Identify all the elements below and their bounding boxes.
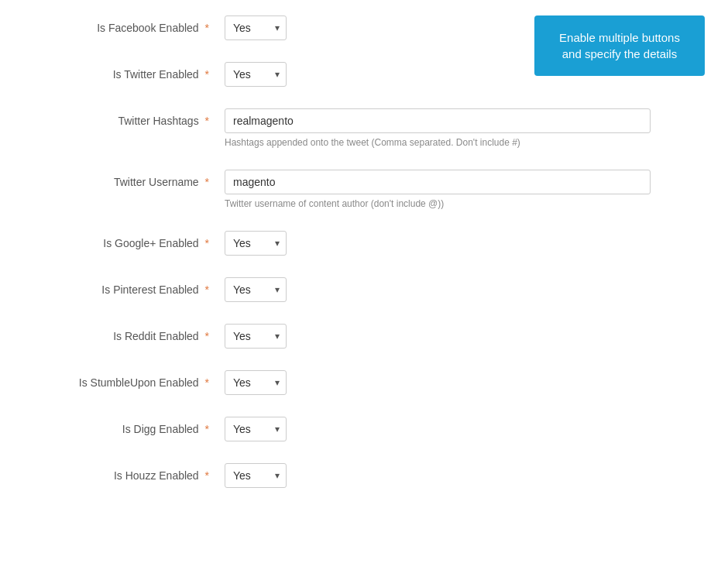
required-star: * [202, 68, 209, 81]
select-houzz_enabled[interactable]: YesNo [225, 464, 286, 487]
hint-twitter_hashtags: Hashtags appended onto the tweet (Comma … [225, 137, 705, 148]
select-wrapper-twitter_enabled: YesNo▾ [225, 62, 287, 87]
select-reddit_enabled[interactable]: YesNo [225, 325, 286, 348]
select-stumbleupon_enabled[interactable]: YesNo [225, 371, 286, 394]
select-wrapper-facebook_enabled: YesNo▾ [225, 15, 287, 40]
form-row-pinterest_enabled: Is Pinterest Enabled *YesNo▾ [23, 277, 705, 302]
form-row-stumbleupon_enabled: Is StumbleUpon Enabled *YesNo▾ [23, 370, 705, 395]
select-wrapper-google_plus_enabled: YesNo▾ [225, 231, 287, 256]
form-row-digg_enabled: Is Digg Enabled *YesNo▾ [23, 417, 705, 441]
form-row-google_plus_enabled: Is Google+ Enabled *YesNo▾ [23, 231, 705, 256]
label-reddit_enabled: Is Reddit Enabled * [23, 324, 225, 342]
select-wrapper-reddit_enabled: YesNo▾ [225, 324, 287, 349]
control-wrap-twitter_username: Twitter username of content author (don'… [225, 170, 705, 209]
label-digg_enabled: Is Digg Enabled * [23, 417, 225, 435]
hint-twitter_username: Twitter username of content author (don'… [225, 198, 705, 209]
select-pinterest_enabled[interactable]: YesNo [225, 278, 286, 301]
select-wrapper-stumbleupon_enabled: YesNo▾ [225, 370, 287, 395]
control-wrap-digg_enabled: YesNo▾ [225, 417, 705, 441]
select-twitter_enabled[interactable]: YesNo [225, 63, 286, 86]
required-star: * [202, 176, 209, 188]
label-google_plus_enabled: Is Google+ Enabled * [23, 231, 225, 249]
required-star: * [202, 376, 209, 389]
required-star: * [202, 283, 209, 296]
required-star: * [202, 330, 209, 342]
control-wrap-reddit_enabled: YesNo▾ [225, 324, 705, 349]
label-twitter_username: Twitter Username * [23, 170, 225, 188]
required-star: * [202, 237, 209, 249]
label-pinterest_enabled: Is Pinterest Enabled * [23, 277, 225, 296]
form-row-houzz_enabled: Is Houzz Enabled *YesNo▾ [23, 463, 705, 488]
select-digg_enabled[interactable]: YesNo [225, 417, 286, 441]
input-twitter_hashtags[interactable] [225, 108, 651, 133]
select-wrapper-pinterest_enabled: YesNo▾ [225, 277, 287, 302]
label-stumbleupon_enabled: Is StumbleUpon Enabled * [23, 370, 225, 389]
select-google_plus_enabled[interactable]: YesNo [225, 232, 286, 255]
form-row-facebook_enabled: Is Facebook Enabled *YesNo▾ [23, 15, 705, 40]
select-facebook_enabled[interactable]: YesNo [225, 16, 286, 39]
input-twitter_username[interactable] [225, 170, 651, 194]
fields-container: Is Facebook Enabled *YesNo▾Is Twitter En… [23, 15, 705, 488]
label-houzz_enabled: Is Houzz Enabled * [23, 463, 225, 482]
control-wrap-google_plus_enabled: YesNo▾ [225, 231, 705, 256]
control-wrap-stumbleupon_enabled: YesNo▾ [225, 370, 705, 395]
label-twitter_enabled: Is Twitter Enabled * [23, 62, 225, 81]
page-container: Enable multiple buttons and specify the … [0, 0, 728, 577]
control-wrap-facebook_enabled: YesNo▾ [225, 15, 705, 40]
select-wrapper-digg_enabled: YesNo▾ [225, 417, 287, 441]
form-row-reddit_enabled: Is Reddit Enabled *YesNo▾ [23, 324, 705, 349]
form-row-twitter_enabled: Is Twitter Enabled *YesNo▾ [23, 62, 705, 87]
form-row-twitter_hashtags: Twitter Hashtags *Hashtags appended onto… [23, 108, 705, 148]
form-row-twitter_username: Twitter Username *Twitter username of co… [23, 170, 705, 209]
control-wrap-twitter_enabled: YesNo▾ [225, 62, 705, 87]
control-wrap-houzz_enabled: YesNo▾ [225, 463, 705, 488]
required-star: * [202, 469, 209, 482]
label-facebook_enabled: Is Facebook Enabled * [23, 15, 225, 34]
select-wrapper-houzz_enabled: YesNo▾ [225, 463, 287, 488]
required-star: * [202, 22, 209, 34]
required-star: * [202, 115, 209, 127]
control-wrap-pinterest_enabled: YesNo▾ [225, 277, 705, 302]
required-star: * [202, 423, 209, 435]
label-twitter_hashtags: Twitter Hashtags * [23, 108, 225, 127]
control-wrap-twitter_hashtags: Hashtags appended onto the tweet (Comma … [225, 108, 705, 148]
